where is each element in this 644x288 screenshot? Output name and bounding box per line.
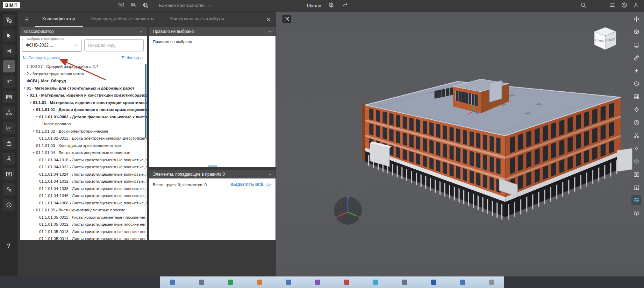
- tree-item[interactable]: ▾ 01.1.01.04-1038 - Листы хризотилцемент…: [20, 185, 147, 192]
- bimit-logo[interactable]: BiMiT: [3, 2, 20, 8]
- tool-model-structure[interactable]: [3, 14, 15, 26]
- tree-item[interactable]: ▾ 01.1.01.04-1068 - Листы хризотилцемент…: [20, 199, 147, 207]
- taskbar-app-icon[interactable]: [170, 280, 175, 285]
- vp-select-area[interactable]: [631, 182, 641, 192]
- expand-arrow-icon[interactable]: ▾: [31, 129, 36, 133]
- profile-button[interactable]: [632, 1, 640, 10]
- account-button[interactable]: [621, 1, 628, 10]
- tree-item[interactable]: ▾ 01.1.01.05-0012 - Листы хризотилцемент…: [20, 221, 147, 228]
- menu-button[interactable]: [609, 1, 616, 10]
- expand-arrow-icon[interactable]: ▾: [31, 209, 36, 212]
- storage-button[interactable]: [117, 1, 125, 10]
- vp-plan[interactable]: P: [631, 118, 641, 127]
- tree-item[interactable]: ▾ 2 - Затраты труда машинистов: [20, 70, 147, 78]
- center-view-button[interactable]: [282, 15, 291, 23]
- vp-grid[interactable]: [631, 92, 641, 101]
- taskbar-app-icon[interactable]: [228, 280, 233, 285]
- classifier-header[interactable]: Классификатор: [20, 27, 147, 36]
- tool-structure[interactable]: [3, 106, 15, 119]
- classifier-select[interactable]: Выбрать классификатор ФСНБ-2022 ...: [22, 39, 81, 52]
- tree-item[interactable]: ▾ 01.1.01.04-1046 - Листы хризотилцемент…: [20, 192, 147, 199]
- vp-walls-toggle[interactable]: [631, 195, 641, 205]
- viewport-3d[interactable]: Слева Сзади Z Y X: [276, 11, 644, 276]
- tool-analytics[interactable]: [3, 122, 15, 134]
- axis-gizmo[interactable]: Z Y X: [333, 196, 363, 227]
- taskbar-app-icon[interactable]: [315, 280, 320, 285]
- tree-item[interactable]: ▾ 01.1.01.02-0011 - Доска электротехниче…: [20, 135, 147, 142]
- tree-item[interactable]: ▾ 01.1.01.04-1024 - Листы хризотилцемент…: [20, 171, 147, 178]
- tree-item[interactable]: ▾ 01.1.01.03 - Конструкции хризотилцемен…: [20, 142, 147, 149]
- workspace-select[interactable]: Базовое пространство: [159, 3, 226, 8]
- tool-user-card[interactable]: [3, 168, 15, 180]
- tree-item[interactable]: ▾ 01.1 - Материалы, изделия и конструкци…: [20, 92, 147, 99]
- taskbar-app-icon[interactable]: [489, 280, 494, 285]
- vp-pan[interactable]: [631, 14, 641, 24]
- expand-arrow-icon[interactable]: ▾: [31, 151, 36, 154]
- resize-handle[interactable]: [208, 166, 217, 167]
- panel-close-button[interactable]: [260, 11, 276, 27]
- tool-plugins[interactable]: [3, 137, 15, 149]
- taskbar-app-icon[interactable]: [431, 280, 436, 285]
- tool-estimate-add[interactable]: Σ: [3, 76, 15, 88]
- rule-header[interactable]: Правило не выбрано: [149, 27, 276, 36]
- tree-scrollbar-thumb[interactable]: [145, 64, 146, 138]
- tree-item[interactable]: ▾ 01.1.01.05-0014 - Листы хризотилцемент…: [20, 235, 147, 240]
- tree-item[interactable]: ▾ 01.1.01.01 - Детали фасонные к листам …: [20, 106, 147, 113]
- taskbar-app-icon[interactable]: [344, 280, 349, 285]
- vp-transparency[interactable]: [631, 208, 641, 218]
- tree-item[interactable]: ▾ 01.1.01.04-1018 - Листы хризотилцемент…: [20, 156, 147, 164]
- collapse-tree-link[interactable]: Свернуть дерево: [22, 55, 60, 60]
- settings-button[interactable]: [328, 1, 335, 10]
- taskbar-app-icon[interactable]: [257, 280, 262, 285]
- tool-users[interactable]: [3, 153, 15, 165]
- tree-item[interactable]: ▾ 1-100-27 - Средний разряд работы 2,7: [20, 63, 147, 70]
- tool-user-location[interactable]: [3, 183, 15, 196]
- expand-arrow-icon[interactable]: ▾: [35, 115, 39, 118]
- tool-relations[interactable]: [3, 45, 15, 57]
- taskbar-app-icon[interactable]: [460, 280, 465, 285]
- select-all-link[interactable]: ВЫДЕЛИТЬ ВСЁ: [230, 182, 271, 187]
- tree-item[interactable]: ▾ 01.1.01 - Материалы, изделия и констру…: [20, 99, 147, 106]
- tree-item[interactable]: ▾ 01.1.01.04-1022 - Листы хризотилцемент…: [20, 163, 147, 171]
- taskbar-app-icon[interactable]: [286, 280, 291, 285]
- tool-select[interactable]: [3, 29, 15, 42]
- tab-unallocated-elements[interactable]: Нераспределённые элементы: [83, 11, 162, 27]
- tree-item[interactable]: ▾ 01.1.01.02 - Доски электротехнические: [20, 128, 147, 135]
- tab-classifier[interactable]: Классификатор: [35, 11, 83, 27]
- vp-measure[interactable]: [631, 53, 641, 63]
- collaboration-button[interactable]: [130, 1, 137, 10]
- tool-estimate[interactable]: Σ: [3, 60, 15, 72]
- help-button[interactable]: ?: [3, 240, 15, 252]
- tree-item[interactable]: ▾ 01.1.01.04 - Листы хризотилцементные в…: [20, 149, 147, 156]
- tool-history[interactable]: [3, 199, 15, 211]
- vp-section-box[interactable]: [631, 79, 641, 89]
- vp-quick-section[interactable]: [631, 66, 641, 76]
- expand-arrow-icon[interactable]: ▾: [22, 86, 27, 90]
- vp-clip[interactable]: [631, 131, 641, 140]
- web-access-button[interactable]: [142, 1, 149, 10]
- vp-home-view[interactable]: [631, 27, 641, 37]
- vp-screenshot[interactable]: [631, 40, 641, 50]
- expand-arrow-icon[interactable]: ▾: [25, 94, 30, 97]
- taskbar-app-icon[interactable]: [199, 280, 204, 285]
- tree-item[interactable]: ▾ 01.1.01.05 - Листы хризотилцементные п…: [20, 206, 147, 214]
- share-button[interactable]: [341, 1, 349, 10]
- expand-arrow-icon[interactable]: ▾: [31, 108, 36, 111]
- filters-link[interactable]: Фильтры: [121, 55, 143, 60]
- rule-elements-header[interactable]: Элементы, попадающие в правило:0: [149, 170, 276, 178]
- tree-item[interactable]: ▾ 01.1.01.05-0011 - Листы хризотилцемент…: [20, 214, 147, 221]
- taskbar-app-icon[interactable]: [402, 280, 407, 285]
- vp-isolate[interactable]: [631, 169, 641, 179]
- code-search-input[interactable]: [84, 39, 144, 51]
- tree-item[interactable]: ▾ Новое правило: [20, 120, 147, 128]
- vp-focus[interactable]: [631, 105, 641, 114]
- view-cube[interactable]: Слева Сзади: [590, 24, 620, 56]
- tree-item[interactable]: ▾ 01.1.01.01-0002 - Детали фасонные конь…: [20, 113, 147, 121]
- tree-item[interactable]: ▾ 01 - Материалы для строительных и доро…: [20, 85, 147, 92]
- tab-universal-attributes[interactable]: Универсальные атрибуты: [162, 11, 231, 27]
- tree-item[interactable]: ▾ 01.1.01.05-0013 - Листы хризотилцемент…: [20, 228, 147, 236]
- taskbar-app-icon[interactable]: [373, 280, 378, 285]
- vp-flash-outline[interactable]: [631, 143, 641, 153]
- tool-2d-view[interactable]: 2D: [3, 91, 15, 103]
- panel-menu-button[interactable]: [20, 11, 35, 27]
